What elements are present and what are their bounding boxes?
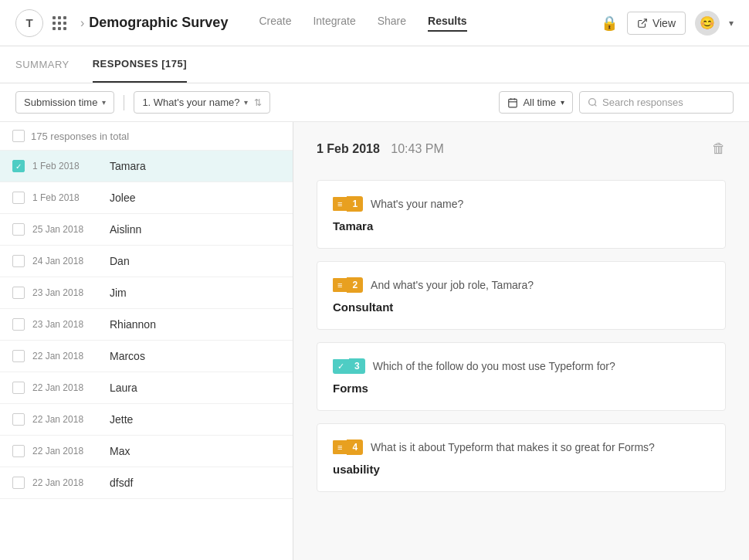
lock-icon[interactable]: 🔒 [601,15,618,32]
badge-number: 1 [347,196,363,212]
svg-point-5 [589,99,596,106]
badge-type-icon: ✓ [333,359,349,374]
badge-type-icon: ≡ [333,440,347,454]
question-header: ≡ 1 What's your name? [333,196,710,212]
response-checkbox[interactable] [12,287,25,299]
response-name: Laura [110,382,137,394]
answer-text: usability [333,463,710,476]
main-nav: Create Integrate Share Results [259,15,466,32]
response-date: 1 Feb 2018 [32,192,102,203]
response-date: 22 Jan 2018 [32,414,102,425]
submission-time-label: Submission time [24,97,97,108]
response-item[interactable]: 25 Jan 2018Aislinn [0,214,293,246]
response-name: Aislinn [110,223,141,236]
response-date: 25 Jan 2018 [32,224,102,235]
detail-header: 1 Feb 2018 10:43 PM 🗑 [317,141,726,157]
toolbar: Submission time ▾ 1. What's your name? ▾… [0,83,749,122]
view-button-label: View [652,17,676,29]
response-checkbox[interactable] [12,413,25,426]
response-item[interactable]: 22 Jan 2018Laura [0,372,293,404]
question-badge: ✓ 3 [333,358,365,374]
response-item[interactable]: ✓1 Feb 2018Tamara [0,151,293,182]
question-badge: ≡ 2 [333,277,363,293]
question-card: ✓ 3 Which of the follow do you most use … [317,342,726,411]
filter2-arrow-icon: ▾ [244,98,248,107]
nav-create[interactable]: Create [259,15,291,32]
time-filter-button[interactable]: All time ▾ [499,91,573,114]
response-checkbox[interactable] [12,223,25,236]
delete-response-button[interactable]: 🗑 [712,141,726,157]
detail-time-value: 10:43 PM [391,142,443,155]
response-name: Marcos [110,350,145,362]
app-header: T › Demographic Survey Create Integrate … [0,0,749,46]
response-name: Jolee [110,192,135,204]
response-item[interactable]: 24 Jan 2018Dan [0,246,293,277]
response-checkbox[interactable] [12,350,25,362]
question-text: What is it about Typeform that makes it … [371,441,655,453]
response-item[interactable]: 22 Jan 2018Marcos [0,341,293,372]
breadcrumb-arrow-icon: › [80,16,84,30]
response-date: 23 Jan 2018 [32,319,102,330]
response-checkbox[interactable] [12,255,25,267]
time-filter-chevron: ▾ [561,98,564,107]
response-date: 22 Jan 2018 [32,446,102,456]
response-name: Max [110,445,130,457]
search-placeholder: Search responses [602,97,683,108]
response-item[interactable]: 1 Feb 2018Jolee [0,182,293,214]
user-profile-avatar[interactable]: 😊 [695,11,720,36]
question-filter[interactable]: 1. What's your name? ▾ ⇅ [134,91,270,114]
response-detail: 1 Feb 2018 10:43 PM 🗑 ≡ 1 What's your na… [293,122,749,560]
tab-responses[interactable]: RESPONSES [175] [93,46,187,83]
response-list: 175 responses in total ✓1 Feb 2018Tamara… [0,122,293,560]
nav-results[interactable]: Results [428,15,467,32]
user-avatar-initial[interactable]: T [15,9,43,37]
question-card: ≡ 1 What's your name? Tamara [317,180,726,249]
badge-number: 3 [349,358,365,374]
response-item[interactable]: 22 Jan 2018Max [0,436,293,467]
response-name: Jim [110,287,127,299]
response-item[interactable]: 23 Jan 2018Rhiannon [0,309,293,341]
view-button[interactable]: View [627,12,686,35]
response-name: dfsdf [110,477,133,489]
response-item[interactable]: 22 Jan 2018dfsdf [0,467,293,499]
response-date: 23 Jan 2018 [32,287,102,298]
select-all-checkbox[interactable] [12,130,25,142]
response-checkbox[interactable] [12,477,25,489]
time-filter-label: All time [523,97,556,108]
response-item[interactable]: 23 Jan 2018Jim [0,277,293,309]
grid-menu-icon[interactable] [53,16,66,30]
response-checkbox[interactable] [12,192,25,204]
submission-time-filter[interactable]: Submission time ▾ [15,91,114,114]
response-name: Rhiannon [110,318,156,331]
svg-line-0 [642,19,646,23]
profile-chevron-icon[interactable]: ▾ [729,18,734,29]
response-items-list: ✓1 Feb 2018Tamara1 Feb 2018Jolee25 Jan 2… [0,151,293,560]
svg-line-6 [595,104,596,106]
nav-integrate[interactable]: Integrate [313,15,355,32]
tab-summary[interactable]: SUMMARY [15,46,69,83]
response-total-label: 175 responses in total [31,131,129,142]
response-checkbox[interactable] [12,445,25,457]
response-checkbox[interactable] [12,318,25,331]
search-icon [588,97,598,107]
header-right-actions: 🔒 View 😊 ▾ [601,11,734,36]
question-text: And what's your job role, Tamara? [371,279,534,291]
response-date: 22 Jan 2018 [32,477,102,488]
main-content: 175 responses in total ✓1 Feb 2018Tamara… [0,122,749,560]
filter1-arrow-icon: ▾ [102,98,106,107]
calendar-icon [507,97,518,108]
response-name: Tamara [110,160,146,172]
question-header: ≡ 4 What is it about Typeform that makes… [333,440,710,455]
answer-text: Forms [333,382,710,395]
response-item[interactable]: 22 Jan 2018Jette [0,404,293,436]
filter-separator [124,95,124,110]
external-link-icon [637,18,648,29]
search-box[interactable]: Search responses [579,91,734,114]
response-checkbox[interactable] [12,382,25,394]
nav-share[interactable]: Share [378,15,406,32]
answer-text: Tamara [333,219,710,232]
badge-type-icon: ≡ [333,278,347,292]
badge-number: 2 [347,277,363,293]
response-checkbox[interactable]: ✓ [12,160,25,172]
response-total-row: 175 responses in total [0,122,293,151]
